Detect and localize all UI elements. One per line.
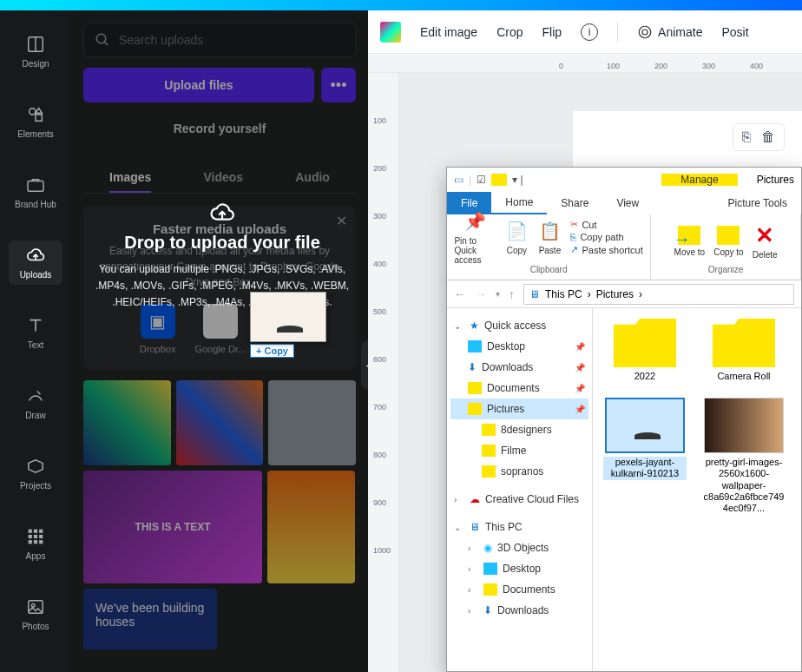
animate-button[interactable]: Animate <box>637 24 702 40</box>
pictures-icon <box>468 403 482 415</box>
tree-documents2[interactable]: ›Documents <box>450 579 588 600</box>
cut-icon: ✂ <box>570 219 578 230</box>
download-icon: ⬇ <box>468 361 477 373</box>
rail-label: Photos <box>22 622 49 631</box>
move-to-button[interactable]: →Move to <box>674 226 706 257</box>
upload-thumb[interactable] <box>83 380 171 465</box>
rail-label: Draw <box>25 411 45 420</box>
edit-image-button[interactable]: Edit image <box>420 25 477 39</box>
tree-desktop[interactable]: Desktop📌 <box>450 336 588 357</box>
copy-path-button[interactable]: ⎘Copy path <box>570 232 642 242</box>
rail-design[interactable]: Design <box>9 30 62 74</box>
search-input[interactable] <box>119 33 345 47</box>
paste-button[interactable]: 📋Paste <box>537 219 562 255</box>
color-picker-icon[interactable] <box>380 22 401 43</box>
tree-quick-access[interactable]: ⌄★Quick access <box>450 315 588 336</box>
tree-documents[interactable]: Documents📌 <box>450 378 588 399</box>
design-icon <box>26 35 45 54</box>
window-title: Pictures <box>757 174 794 186</box>
shortcut-icon: ↗ <box>570 244 578 255</box>
provider-box[interactable]: □Box <box>265 304 299 354</box>
delete-button[interactable]: ✕Delete <box>753 223 778 260</box>
tree-desktop2[interactable]: ›Desktop <box>450 558 588 579</box>
page-tools: ⎘ 🗑 <box>733 123 785 151</box>
tree-pictures[interactable]: Pictures📌 <box>450 399 588 419</box>
upload-thumb[interactable] <box>176 380 264 465</box>
nav-back-button[interactable]: ← <box>454 287 466 301</box>
provider-dropbox[interactable]: ▣Dropbox <box>140 304 176 354</box>
ribbon-group-label: Organize <box>708 265 744 276</box>
tree-3dobjects[interactable]: ›◉3D Objects <box>450 537 588 558</box>
copypath-icon: ⎘ <box>570 232 576 242</box>
svg-point-17 <box>96 34 106 43</box>
nav-dropdown[interactable]: ▾ <box>496 289 500 299</box>
search-input-wrap[interactable] <box>83 23 356 57</box>
text-icon <box>26 316 45 335</box>
tree-downloads[interactable]: ⬇Downloads📌 <box>450 357 588 378</box>
file-item-folder[interactable]: 2022 <box>603 319 687 382</box>
rail-uploads[interactable]: Uploads <box>9 240 62 285</box>
breadcrumb-thispc[interactable]: This PC <box>545 288 582 300</box>
upload-thumb-houses[interactable]: We've been building houses <box>83 589 217 649</box>
upload-thumb[interactable] <box>267 471 355 583</box>
flip-button[interactable]: Flip <box>542 25 562 39</box>
record-yourself-button[interactable]: Record yourself <box>83 111 356 146</box>
tab-audio[interactable]: Audio <box>295 163 330 193</box>
qat-check-icon[interactable]: ☑ <box>477 174 486 186</box>
tree-this-pc[interactable]: ⌄🖥This PC <box>450 517 588 537</box>
upload-thumb[interactable] <box>268 380 356 465</box>
info-icon[interactable]: i <box>581 23 598 41</box>
file-explorer-window[interactable]: ▭ | ☑ ▾ | Manage Pictures File Home Shar… <box>446 167 802 672</box>
tab-picture-tools[interactable]: Picture Tools <box>714 192 801 214</box>
duplicate-icon[interactable]: ⎘ <box>742 129 751 145</box>
paste-shortcut-button[interactable]: ↗Paste shortcut <box>570 244 642 255</box>
file-grid[interactable]: 2022 Camera Roll pexels-jayant-kulkarni-… <box>593 308 801 671</box>
pin-quick-access-button[interactable]: 📌Pin to Quick access <box>454 209 496 265</box>
tree-downloads2[interactable]: ›⬇Downloads <box>450 600 588 621</box>
documents-icon <box>468 382 482 394</box>
rail-apps[interactable]: Apps <box>9 522 62 566</box>
rail-draw[interactable]: Draw <box>9 381 62 425</box>
tree-sopranos[interactable]: sopranos <box>450 461 588 482</box>
rail-label: Projects <box>20 481 51 491</box>
rail-brandhub[interactable]: Brand Hub <box>9 170 62 214</box>
tab-images[interactable]: Images <box>109 163 151 193</box>
qat-dropdown[interactable]: ▾ | <box>512 174 523 186</box>
copy-button[interactable]: 📄Copy <box>504 219 529 255</box>
cut-button[interactable]: ✂Cut <box>570 219 642 230</box>
window-titlebar <box>0 0 802 10</box>
upload-files-button[interactable]: Upload files <box>83 68 314 102</box>
tree-creative-cloud[interactable]: ›☁Creative Cloud Files <box>450 489 588 510</box>
nav-forward-button[interactable]: → <box>475 287 487 301</box>
trash-icon[interactable]: 🗑 <box>761 129 775 145</box>
tree-filme[interactable]: Filme <box>450 440 588 461</box>
explorer-titlebar[interactable]: ▭ | ☑ ▾ | Manage Pictures <box>447 168 801 192</box>
provider-google-drive[interactable]: △Google Dr... <box>194 304 246 354</box>
file-item-folder[interactable]: Camera Roll <box>702 319 786 382</box>
rail-text[interactable]: Text <box>9 311 62 355</box>
tree-8designers[interactable]: 8designers <box>450 419 588 440</box>
rail-photos[interactable]: Photos <box>9 592 62 636</box>
svg-rect-9 <box>29 535 32 538</box>
copy-to-button[interactable]: Copy to <box>713 226 743 257</box>
file-item-image[interactable]: pretty-girl-images-2560x1600-wallpaper-c… <box>702 398 786 514</box>
crop-button[interactable]: Crop <box>496 25 523 39</box>
promo-card: ✕ Faster media uploads Easily access and… <box>83 206 356 370</box>
pc-icon: 🖥 <box>529 288 540 300</box>
close-icon[interactable]: ✕ <box>336 213 347 229</box>
nav-up-button[interactable]: ↑ <box>509 287 515 301</box>
upload-more-button[interactable]: ••• <box>321 68 356 102</box>
pin-icon: 📌 <box>575 342 585 352</box>
breadcrumb-pictures[interactable]: Pictures <box>596 288 634 300</box>
qat-properties-icon[interactable]: ▭ <box>454 174 463 186</box>
rail-elements[interactable]: Elements <box>9 100 62 144</box>
breadcrumb[interactable]: 🖥 This PC› Pictures› <box>523 284 794 305</box>
tab-manage[interactable]: Manage <box>661 174 737 186</box>
box-icon: □ <box>265 304 299 339</box>
position-button[interactable]: Posit <box>721 25 748 39</box>
file-item-image[interactable]: pexels-jayant-kulkarni-910213 <box>603 398 687 514</box>
tab-videos[interactable]: Videos <box>203 163 243 193</box>
rail-projects[interactable]: Projects <box>9 451 62 496</box>
paste-icon: 📋 <box>537 219 562 243</box>
upload-thumb-text[interactable]: THIS IS A TEXT <box>83 471 262 583</box>
